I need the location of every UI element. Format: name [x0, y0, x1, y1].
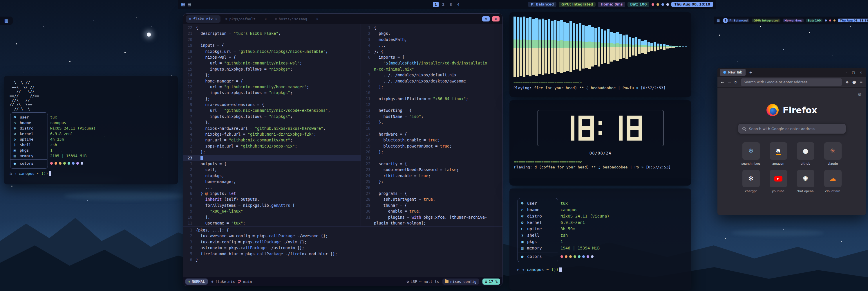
code-line[interactable]: 21 description = "tux's NixOS Flake";: [183, 30, 361, 36]
code-line[interactable]: 13 home-manager = {: [183, 78, 361, 84]
forward-button[interactable]: →: [727, 80, 731, 85]
code-line[interactable]: 3 modulesPath,: [361, 37, 502, 42]
tabbar-close-button[interactable]: ×: [492, 16, 500, 22]
shortcut-tile[interactable]: aamazon: [766, 142, 790, 165]
shortcut-tile[interactable]: ❄search.nixos: [739, 142, 763, 165]
code-line[interactable]: 11 inputs.nixpkgs.follows = "nixpkgs";: [183, 90, 361, 95]
code-line[interactable]: 6}: [183, 257, 502, 263]
code-line[interactable]: 6 imports = [: [361, 54, 502, 60]
code-line[interactable]: 27 programs = {: [361, 191, 502, 196]
tab-close-icon[interactable]: ×: [316, 17, 318, 21]
refresh-button[interactable]: ↻: [734, 80, 738, 85]
code-line[interactable]: 7 ../../modules/nixos/default.nix: [361, 72, 502, 78]
code-line[interactable]: 12: [361, 101, 502, 108]
code-line[interactable]: 16 url = "github:nix-community/nixos-wsl…: [183, 60, 361, 66]
code-line[interactable]: 30 enable = true;: [361, 208, 502, 214]
newtab-search[interactable]: Search with Google or enter address: [738, 124, 846, 134]
editor-tab[interactable]: ❄pkgs/default...×: [222, 16, 270, 23]
editor-pane-right[interactable]: 1{2 pkgs,3 modulesPath,4 ...5}: {6 impor…: [361, 24, 502, 226]
code-line[interactable]: 1{pkgs, ...}: {: [183, 227, 502, 233]
code-line[interactable]: 1{: [361, 25, 502, 30]
workspace-button[interactable]: 1: [723, 18, 727, 23]
code-line[interactable]: 9 "x86_64-linux": [183, 208, 361, 214]
editor-pane-left[interactable]: 22{21 description = "tux's NixOS Flake";…: [183, 24, 361, 226]
code-line[interactable]: 10 };: [183, 96, 361, 101]
tray-icon[interactable]: [661, 3, 664, 6]
code-line[interactable]: 4 ...: [361, 42, 502, 48]
shortcut-tile[interactable]: ✻chatgpt: [739, 170, 763, 193]
status-pill[interactable]: GPU: Integrated: [752, 19, 780, 22]
status-pill[interactable]: GPU: Integrated: [559, 2, 596, 7]
tray-icon[interactable]: [829, 20, 831, 22]
code-line[interactable]: 24 rtkit.enable = true;: [361, 173, 502, 179]
menu-grid-icon[interactable]: ▦: [717, 19, 720, 22]
code-line[interactable]: 2 pkgs,: [361, 30, 502, 36]
code-line[interactable]: 15 inputs.nixpkgs.follows = "nixpkgs";: [183, 66, 361, 72]
workspace-button[interactable]: 3: [448, 2, 454, 7]
code-line[interactable]: 17 hardware = {: [361, 131, 502, 137]
code-line[interactable]: 29 thunar = {: [361, 202, 502, 208]
code-line[interactable]: 25 };: [361, 179, 502, 184]
code-line[interactable]: 15 };: [361, 119, 502, 125]
code-line[interactable]: 8 forAllSystems = nixpkgs.lib.genAttrs [: [183, 202, 361, 208]
code-line[interactable]: 9 nix-vscode-extensions = {: [183, 101, 361, 108]
code-line[interactable]: 3 nur.url = "github:nix-community/nur";: [183, 137, 361, 143]
code-line[interactable]: 6 };: [183, 119, 361, 125]
status-pill[interactable]: Home: 8ms: [598, 2, 625, 7]
code-line[interactable]: plugin thunar-volman];: [361, 220, 502, 226]
code-line[interactable]: 2 self,: [183, 167, 361, 173]
code-line[interactable]: 11 nixpkgs.hostPlatform = "x86_64-linux"…: [361, 96, 502, 101]
code-line[interactable]: 7 inputs.nixpkgs.follows = "nixpkgs";: [183, 114, 361, 119]
bar-clock[interactable]: Thu Aug 08, 18:18: [671, 2, 713, 7]
code-line[interactable]: 10 ];: [183, 214, 361, 220]
code-line[interactable]: 26: [361, 185, 502, 191]
shortcut-tile[interactable]: ☁cloudflare: [821, 170, 845, 193]
code-line[interactable]: 4 astronvim = pkgs.callPackage ./astronv…: [183, 245, 502, 251]
code-line[interactable]: 3 tux-nvim-config = pkgs.callPackage ./n…: [183, 239, 502, 245]
code-line[interactable]: 13 networking = {: [361, 108, 502, 113]
code-line[interactable]: 18 bluetooth.enable = true;: [361, 137, 502, 143]
code-line[interactable]: 23: [183, 155, 361, 161]
status-pill[interactable]: Home: 6ms: [783, 19, 804, 22]
code-line[interactable]: 5 ...: [183, 185, 361, 191]
workspace-button[interactable]: 2: [440, 2, 446, 7]
shortcut-tile[interactable]: ●github: [794, 142, 818, 165]
menu-grid-icon[interactable]: ▦: [181, 2, 185, 7]
workspace-button[interactable]: 4: [456, 2, 461, 7]
new-tab-button[interactable]: +: [749, 70, 752, 75]
tray-icon[interactable]: [825, 20, 827, 22]
terminal-prompt[interactable]: ⌂ → canopus ~ ))): [9, 171, 172, 176]
code-line[interactable]: 14 hostName = "iso";: [361, 114, 502, 119]
code-line[interactable]: 5 nixos-hardware.url = "github:nixos/nix…: [183, 125, 361, 131]
settings-gear-icon[interactable]: ⚙: [858, 92, 862, 97]
workspace-button[interactable]: 1: [433, 2, 439, 7]
tab-close-icon[interactable]: ×: [215, 17, 217, 21]
code-line[interactable]: 22{: [183, 25, 361, 30]
status-pill[interactable]: Bat: 100: [627, 2, 649, 7]
shortcut-tile[interactable]: ✳claude: [821, 142, 845, 165]
code-line[interactable]: 19 inputs = {: [183, 42, 361, 48]
terminal-prompt[interactable]: ⌂ → canopus ~ ))): [517, 267, 684, 272]
code-line[interactable]: 6 } @ inputs: let: [183, 191, 361, 196]
extensions-icon[interactable]: ❖: [845, 80, 849, 85]
status-pill[interactable]: P: Balanced: [727, 19, 749, 22]
tray-icon[interactable]: [652, 3, 654, 6]
editor-tab[interactable]: ❄flake.nix×: [186, 16, 220, 23]
editor-tab[interactable]: ❄hosts/isoImag...×: [272, 16, 321, 23]
code-line[interactable]: 1 outputs = {: [183, 161, 361, 167]
tray-icon[interactable]: [656, 3, 659, 6]
code-line[interactable]: 12 url = "github:nix-community/home-mana…: [183, 84, 361, 90]
window-maximize-button[interactable]: ▢: [852, 70, 855, 74]
code-line[interactable]: 31 plugins = with pkgs.xfce; [thunar-arc…: [361, 214, 502, 220]
tray-icon[interactable]: [666, 3, 669, 6]
code-line[interactable]: 20 };: [361, 149, 502, 155]
browser-tab[interactable]: New Tab: [720, 69, 746, 76]
urlbar[interactable]: Search with Google or enter address: [741, 79, 842, 86]
code-line[interactable]: 8 url = "github:nix-community/nix-vscode…: [183, 108, 361, 113]
code-line[interactable]: 5}: {: [361, 49, 502, 54]
editor-pane-bottom[interactable]: 1{pkgs, ...}: {2 tux-awesome-wm-config =…: [183, 227, 502, 278]
code-line[interactable]: 11 username = "tux";: [183, 220, 361, 226]
code-line[interactable]: 5 firefox-mod-blur = pkgs.callPackage ./…: [183, 251, 502, 257]
window-close-button[interactable]: ×: [860, 70, 862, 74]
status-pill[interactable]: Bat: 100: [806, 19, 823, 22]
